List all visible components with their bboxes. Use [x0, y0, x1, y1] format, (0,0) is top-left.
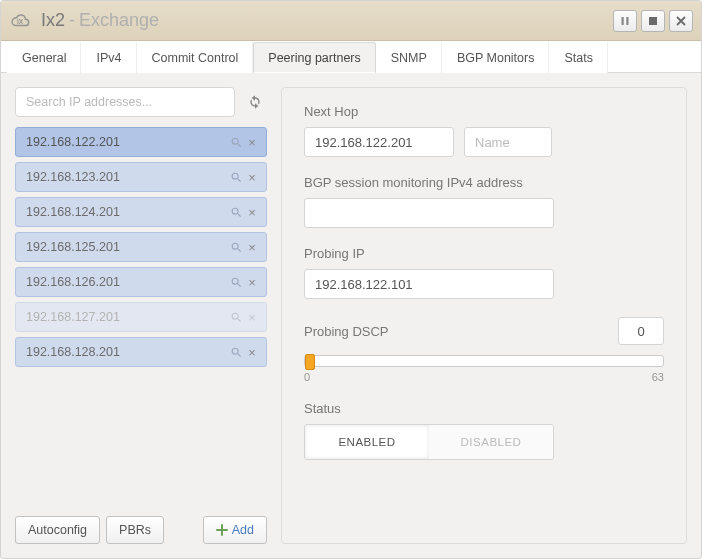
content-body: 192.168.122.201×192.168.123.201×192.168.… — [1, 73, 701, 558]
status-disabled-button[interactable]: DISABLED — [429, 425, 553, 459]
tab-ipv4[interactable]: IPv4 — [81, 42, 136, 73]
cloud-ix-icon: IX — [9, 10, 31, 32]
search-icon[interactable] — [228, 346, 244, 359]
search-icon[interactable] — [228, 241, 244, 254]
ip-list-item[interactable]: 192.168.124.201× — [15, 197, 267, 227]
dscp-slider-thumb[interactable] — [305, 354, 315, 370]
ip-list-item[interactable]: 192.168.127.201× — [15, 302, 267, 332]
search-icon[interactable] — [228, 171, 244, 184]
status-enabled-button[interactable]: ENABLED — [305, 425, 429, 459]
svg-text:IX: IX — [17, 18, 24, 25]
bgp-input[interactable] — [304, 198, 554, 228]
ip-list-item[interactable]: 192.168.126.201× — [15, 267, 267, 297]
svg-rect-1 — [622, 17, 624, 25]
tab-bar: GeneralIPv4Commit ControlPeering partner… — [1, 41, 701, 73]
ip-list-item[interactable]: 192.168.122.201× — [15, 127, 267, 157]
search-input[interactable] — [15, 87, 235, 117]
autoconfig-button[interactable]: Autoconfig — [15, 516, 100, 544]
title-sub: Exchange — [79, 10, 159, 31]
remove-icon[interactable]: × — [244, 135, 260, 150]
remove-icon[interactable]: × — [244, 310, 260, 325]
titlebar: IX Ix2 - Exchange — [1, 1, 701, 41]
ip-list: 192.168.122.201×192.168.123.201×192.168.… — [15, 127, 267, 508]
title-main: Ix2 — [41, 10, 65, 31]
tab-stats[interactable]: Stats — [549, 42, 608, 73]
dscp-label: Probing DSCP — [304, 324, 389, 339]
remove-icon[interactable]: × — [244, 170, 260, 185]
app-window: IX Ix2 - Exchange GeneralIPv4Commit Cont… — [0, 0, 702, 559]
ip-address-text: 192.168.123.201 — [26, 170, 228, 184]
dscp-value-input[interactable] — [618, 317, 664, 345]
tab-peering-partners[interactable]: Peering partners — [253, 42, 375, 73]
ip-address-text: 192.168.128.201 — [26, 345, 228, 359]
pause-button[interactable] — [613, 10, 637, 32]
ip-address-text: 192.168.122.201 — [26, 135, 228, 149]
status-toggle: ENABLED DISABLED — [304, 424, 554, 460]
add-label: Add — [232, 523, 254, 537]
next-hop-name-input[interactable] — [464, 127, 552, 157]
search-icon[interactable] — [228, 136, 244, 149]
ip-address-text: 192.168.124.201 — [26, 205, 228, 219]
close-button[interactable] — [669, 10, 693, 32]
remove-icon[interactable]: × — [244, 275, 260, 290]
remove-icon[interactable]: × — [244, 205, 260, 220]
dscp-slider[interactable] — [304, 355, 664, 367]
ip-address-text: 192.168.125.201 — [26, 240, 228, 254]
ip-list-item[interactable]: 192.168.125.201× — [15, 232, 267, 262]
pbrs-button[interactable]: PBRs — [106, 516, 164, 544]
dscp-max: 63 — [652, 371, 664, 383]
ip-address-text: 192.168.126.201 — [26, 275, 228, 289]
ip-list-item[interactable]: 192.168.128.201× — [15, 337, 267, 367]
tab-commit-control[interactable]: Commit Control — [137, 42, 254, 73]
title-separator: - — [69, 10, 75, 31]
search-icon[interactable] — [228, 276, 244, 289]
plus-icon — [216, 524, 228, 536]
probing-ip-label: Probing IP — [304, 246, 664, 261]
ip-list-item[interactable]: 192.168.123.201× — [15, 162, 267, 192]
next-hop-label: Next Hop — [304, 104, 664, 119]
ip-address-text: 192.168.127.201 — [26, 310, 228, 324]
tab-bgp-monitors[interactable]: BGP Monitors — [442, 42, 550, 73]
add-button[interactable]: Add — [203, 516, 267, 544]
svg-rect-3 — [649, 17, 657, 25]
tab-snmp[interactable]: SNMP — [376, 42, 442, 73]
svg-rect-2 — [626, 17, 628, 25]
left-panel: 192.168.122.201×192.168.123.201×192.168.… — [15, 87, 267, 544]
stop-button[interactable] — [641, 10, 665, 32]
remove-icon[interactable]: × — [244, 345, 260, 360]
probing-ip-input[interactable] — [304, 269, 554, 299]
status-label: Status — [304, 401, 664, 416]
bgp-label: BGP session monitoring IPv4 address — [304, 175, 664, 190]
next-hop-ip-input[interactable] — [304, 127, 454, 157]
detail-panel: Next Hop BGP session monitoring IPv4 add… — [281, 87, 687, 544]
search-icon[interactable] — [228, 206, 244, 219]
remove-icon[interactable]: × — [244, 240, 260, 255]
pointer-notch — [281, 142, 289, 159]
left-footer: Autoconfig PBRs Add — [15, 508, 267, 544]
search-icon[interactable] — [228, 311, 244, 324]
dscp-min: 0 — [304, 371, 310, 383]
tab-general[interactable]: General — [7, 42, 81, 73]
refresh-button[interactable] — [243, 90, 267, 114]
